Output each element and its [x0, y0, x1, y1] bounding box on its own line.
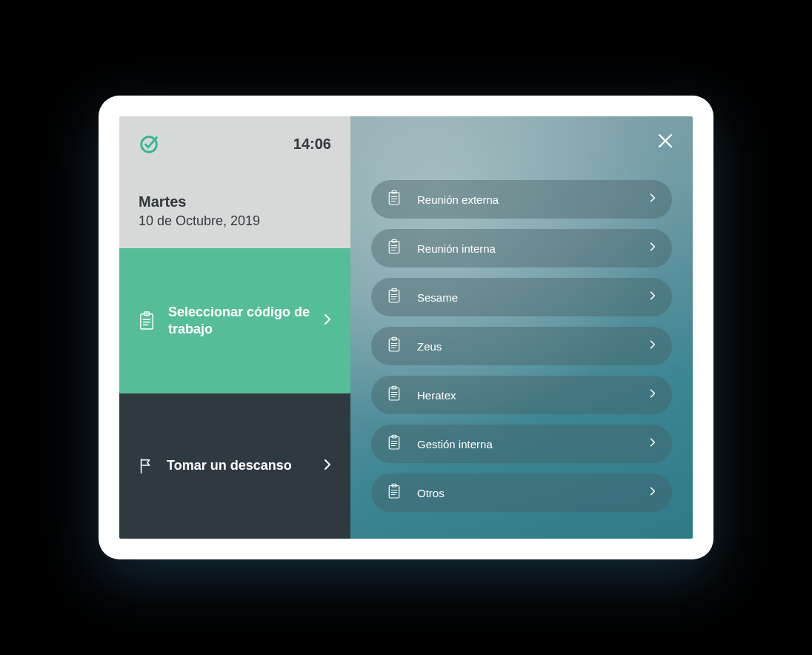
clock-time: 14:06	[293, 136, 331, 153]
app-logo-icon	[139, 133, 161, 155]
work-code-item[interactable]: Gestión interna	[371, 425, 672, 463]
clipboard-icon	[387, 190, 401, 209]
clipboard-icon	[387, 483, 401, 502]
svg-rect-19	[389, 290, 399, 303]
chevron-right-icon	[324, 459, 331, 473]
work-code-label: Gestión interna	[417, 438, 633, 450]
svg-rect-14	[389, 242, 399, 254]
clipboard-icon	[387, 239, 401, 258]
chevron-right-icon	[650, 290, 656, 304]
chevron-right-icon	[650, 193, 656, 206]
work-code-list: Reunión externa Reunión interna	[371, 180, 672, 512]
chevron-right-icon	[650, 242, 656, 255]
work-code-label: Reunión interna	[417, 242, 633, 255]
work-code-label: Sesame	[417, 291, 633, 304]
clipboard-icon	[387, 434, 401, 453]
flag-icon	[139, 458, 153, 474]
svg-rect-34	[389, 437, 399, 450]
work-code-item[interactable]: Reunión externa	[371, 180, 672, 219]
work-code-item[interactable]: Sesame	[371, 278, 672, 316]
chevron-right-icon	[650, 486, 656, 499]
svg-rect-29	[389, 388, 399, 401]
take-break-button[interactable]: Tomar un descanso	[119, 393, 350, 539]
date-label: 10 de Octubre, 2019	[139, 213, 331, 229]
left-panel: 14:06 Martes 10 de Octubre, 2019 Selecci…	[119, 116, 350, 539]
clipboard-icon	[139, 311, 155, 330]
work-code-item[interactable]: Heratex	[371, 376, 672, 414]
close-button[interactable]	[657, 133, 673, 149]
select-work-code-label: Seleccionar código de trabajo	[168, 304, 310, 339]
work-code-item[interactable]: Zeus	[371, 327, 672, 365]
svg-rect-24	[389, 339, 399, 352]
work-code-label: Heratex	[417, 389, 633, 402]
chevron-right-icon	[650, 339, 656, 353]
app-screen: 14:06 Martes 10 de Octubre, 2019 Selecci…	[119, 116, 693, 539]
work-code-label: Reunión externa	[417, 193, 633, 206]
chevron-right-icon	[324, 313, 331, 328]
work-code-item[interactable]: Reunión interna	[371, 229, 672, 267]
work-code-item[interactable]: Otros	[371, 473, 672, 512]
work-code-label: Otros	[417, 487, 633, 499]
left-header: 14:06 Martes 10 de Octubre, 2019	[119, 116, 350, 248]
clipboard-icon	[387, 336, 401, 356]
svg-rect-9	[389, 193, 399, 205]
day-label: Martes	[139, 193, 331, 210]
clipboard-icon	[387, 385, 401, 405]
work-code-label: Zeus	[417, 340, 633, 353]
clipboard-icon	[387, 287, 401, 307]
device-frame: 14:06 Martes 10 de Octubre, 2019 Selecci…	[99, 96, 713, 559]
chevron-right-icon	[650, 437, 656, 450]
chevron-right-icon	[650, 388, 656, 402]
header-top-row: 14:06	[139, 133, 331, 155]
right-panel: Reunión externa Reunión interna	[350, 116, 693, 539]
select-work-code-button[interactable]: Seleccionar código de trabajo	[119, 248, 350, 393]
svg-rect-39	[389, 486, 399, 499]
take-break-label: Tomar un descanso	[167, 457, 310, 474]
svg-rect-1	[141, 314, 153, 329]
